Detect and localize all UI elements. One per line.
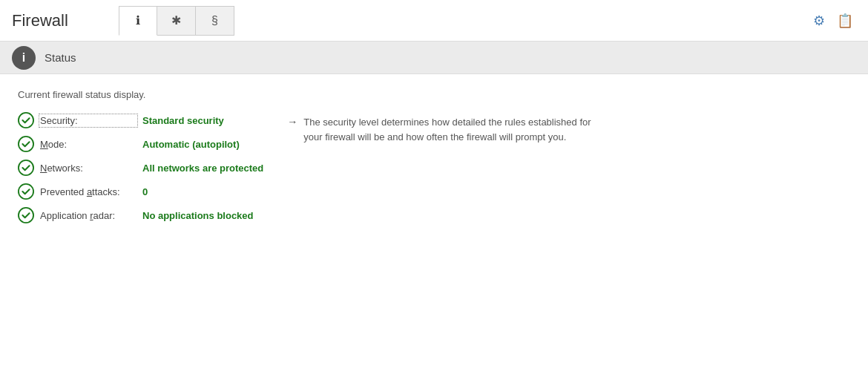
app-header: Firewall ℹ ✱ § ⚙ 📋	[0, 0, 868, 42]
clipboard-icon: 📋	[837, 13, 853, 28]
check-icon-mode	[18, 136, 34, 152]
check-icon-attacks	[18, 183, 34, 200]
gear-icon: ⚙	[813, 13, 825, 28]
status-icon: i	[12, 46, 36, 70]
main-content: Current firewall status display. Securit…	[0, 74, 868, 238]
header-actions: ⚙ 📋	[810, 10, 856, 32]
status-row-attacks: Prevented attacks: 0	[18, 183, 263, 200]
svg-point-1	[19, 137, 33, 151]
mode-value: Automatic (autopilot)	[142, 139, 240, 150]
status-items: Security: Standard security Mode: Automa…	[18, 112, 850, 223]
svg-point-2	[19, 160, 33, 175]
attacks-key: Prevented attacks:	[40, 186, 137, 197]
status-row-mode: Mode: Automatic (autopilot)	[18, 136, 263, 152]
section-tab-icon: §	[211, 14, 218, 27]
status-label: Status	[45, 51, 76, 64]
networks-value: All networks are protected	[142, 163, 263, 174]
status-list: Security: Standard security Mode: Automa…	[18, 112, 263, 223]
tab-asterisk[interactable]: ✱	[157, 6, 196, 36]
status-row-radar: Application radar: No applications block…	[18, 207, 263, 223]
check-icon-networks	[18, 160, 34, 176]
description-text: Current firewall status display.	[18, 89, 850, 100]
tab-info[interactable]: ℹ	[119, 6, 157, 36]
check-icon-radar	[18, 207, 34, 223]
svg-point-3	[19, 184, 33, 199]
settings-button[interactable]: ⚙	[810, 10, 828, 32]
status-row-networks: Networks: All networks are protected	[18, 160, 263, 176]
info-text: The security level determines how detail…	[303, 115, 599, 144]
security-value: Standard security	[142, 115, 224, 126]
svg-point-4	[19, 208, 33, 223]
tab-section[interactable]: §	[196, 6, 234, 36]
arrow-icon: →	[287, 116, 297, 128]
networks-key: Networks:	[40, 163, 137, 174]
security-key[interactable]: Security:	[40, 115, 137, 126]
svg-point-0	[19, 113, 33, 128]
page-title: Firewall	[12, 11, 101, 30]
status-row-security: Security: Standard security	[18, 112, 263, 128]
info-panel: → The security level determines how deta…	[287, 112, 599, 223]
asterisk-tab-icon: ✱	[171, 13, 181, 27]
check-icon-security	[18, 112, 34, 128]
attacks-value: 0	[142, 186, 148, 197]
info-tab-icon: ℹ	[136, 13, 140, 27]
clipboard-button[interactable]: 📋	[834, 10, 856, 32]
radar-key: Application radar:	[40, 210, 137, 221]
status-bar: i Status	[0, 42, 868, 74]
tab-bar: ℹ ✱ §	[119, 6, 810, 36]
radar-value: No applications blocked	[142, 210, 254, 221]
mode-key: Mode:	[40, 139, 137, 150]
